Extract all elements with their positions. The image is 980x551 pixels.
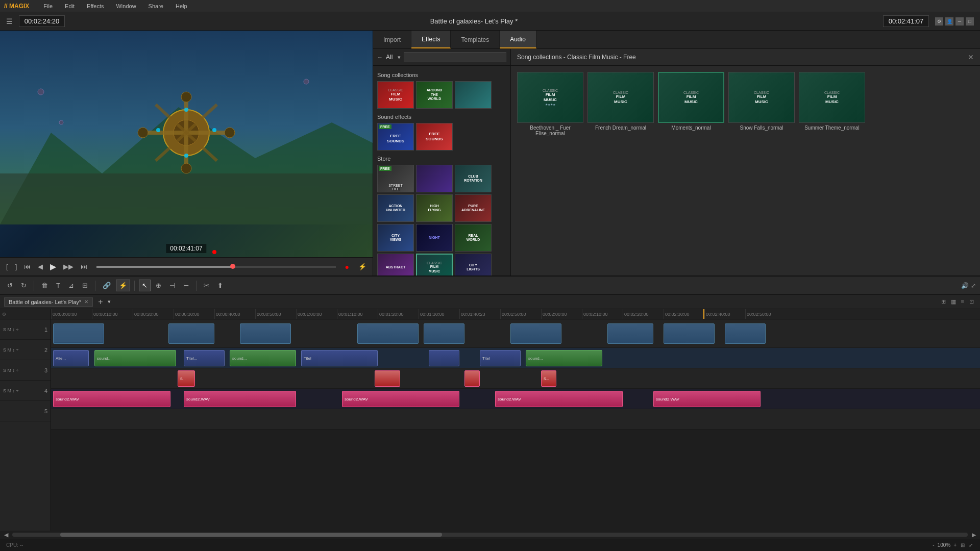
scroll-thumb[interactable] xyxy=(60,533,443,537)
timecode-right[interactable]: 00:02:41:07 xyxy=(883,15,929,27)
tab-audio[interactable]: Audio xyxy=(500,31,536,48)
settings-button[interactable]: ⚙ xyxy=(935,17,943,26)
redo-button[interactable]: ↻ xyxy=(18,280,30,291)
add-track-button[interactable]: + xyxy=(95,296,106,308)
list-item[interactable] xyxy=(455,81,492,109)
list-item[interactable] xyxy=(416,165,453,192)
marker-button[interactable]: ⊿ xyxy=(65,280,77,291)
table-row[interactable] xyxy=(464,370,480,387)
list-item[interactable]: CLASSIC FILMMUSIC Snow Falls_normal xyxy=(728,72,795,136)
tab-import[interactable]: Import xyxy=(373,31,411,48)
expand-icon[interactable]: ⤢ xyxy=(971,282,976,289)
menu-item-edit[interactable]: Edit xyxy=(63,2,77,10)
text-button[interactable]: T xyxy=(53,280,63,291)
trim-tool[interactable]: ⊣ xyxy=(166,280,178,291)
end-button[interactable]: ⏭ xyxy=(79,262,89,271)
table-row[interactable] xyxy=(424,323,464,344)
table-row[interactable]: sound2.WAV xyxy=(653,391,761,407)
table-row[interactable]: sound2.WAV xyxy=(495,391,623,407)
hamburger-icon[interactable]: ☰ xyxy=(6,17,13,26)
table-row[interactable] xyxy=(725,323,766,344)
stretch-tool[interactable]: ⊢ xyxy=(180,280,192,291)
in-point-button[interactable]: [ xyxy=(4,262,10,271)
table-row[interactable]: sound2.WAV xyxy=(53,391,170,407)
table-row[interactable] xyxy=(240,323,291,344)
table-row[interactable]: S... xyxy=(541,370,556,387)
list-item[interactable]: NIGHT xyxy=(416,224,453,252)
tab-effects[interactable]: Effects xyxy=(411,31,451,48)
menu-item-share[interactable]: Share xyxy=(146,2,165,10)
list-item[interactable]: FREE FREESOUNDS xyxy=(377,123,414,151)
cut-tool[interactable]: ✂ xyxy=(201,280,212,291)
dropdown-arrow-icon[interactable]: ▾ xyxy=(398,54,401,61)
minimize-button[interactable]: ─ xyxy=(955,17,964,26)
view-btn-1[interactable]: ⊞ xyxy=(939,297,948,306)
close-tab-button[interactable]: ✕ xyxy=(84,299,88,305)
table-row[interactable] xyxy=(168,323,214,344)
search-input[interactable] xyxy=(404,52,506,62)
list-item[interactable]: HIGHFLYING xyxy=(416,194,453,222)
table-row[interactable]: sound... xyxy=(526,350,602,366)
horizontal-scrollbar[interactable] xyxy=(12,533,968,537)
table-row[interactable]: Titel xyxy=(301,350,378,366)
tab-templates[interactable]: Templates xyxy=(451,31,500,48)
collection-close-button[interactable]: ✕ xyxy=(968,53,974,61)
list-item[interactable]: PUREADRENALINE xyxy=(455,194,492,222)
table-row[interactable] xyxy=(510,323,561,344)
select-tool[interactable]: ↖ xyxy=(139,280,151,291)
table-row[interactable] xyxy=(607,323,653,344)
undo-button[interactable]: ↺ xyxy=(4,280,16,291)
out-point-button[interactable]: ] xyxy=(13,262,19,271)
list-item[interactable]: REALWORLD xyxy=(455,224,492,252)
record-button[interactable]: ● xyxy=(343,262,351,272)
list-item[interactable]: ACTIONUNLIMITED xyxy=(377,194,414,222)
list-item[interactable]: CLASSIC FILMMUSIC xyxy=(416,254,453,276)
menu-item-effects[interactable]: Effects xyxy=(85,2,106,10)
list-item[interactable]: CITYVIEWS xyxy=(377,224,414,252)
table-row[interactable]: Alie... xyxy=(53,350,89,366)
list-item[interactable]: CLASSIC FILMMUSIC ★★★★ Beethoven _ Fuer … xyxy=(517,72,583,136)
list-item[interactable]: CLUBROTATION xyxy=(455,165,492,192)
back-button[interactable]: ← xyxy=(377,54,383,60)
menu-item-help[interactable]: Help xyxy=(174,2,189,10)
lightning-button[interactable]: ⚡ xyxy=(356,262,369,271)
link-button[interactable]: 🔗 xyxy=(100,280,114,291)
list-item[interactable]: CLASSIC FILMMUSIC Moments_normal xyxy=(658,72,724,136)
unlink-button[interactable]: ⚡ xyxy=(116,280,130,291)
export-button[interactable]: ⬆ xyxy=(214,280,226,291)
user-button[interactable]: 👤 xyxy=(945,17,953,26)
list-item[interactable]: AROUNDTHEWORLD xyxy=(416,81,453,109)
table-row[interactable]: S... xyxy=(178,370,195,387)
table-row[interactable] xyxy=(429,350,459,366)
prev-frame-button[interactable]: ⏮ xyxy=(22,262,33,271)
table-row[interactable]: Titel... xyxy=(184,350,225,366)
play-button[interactable]: ▶ xyxy=(48,261,58,272)
list-item[interactable]: CLASSIC FILMMUSIC xyxy=(377,81,414,109)
prev-button[interactable]: ◀ xyxy=(36,262,45,271)
multicam-button[interactable]: ⊞ xyxy=(79,280,91,291)
zoom-in-button[interactable]: + xyxy=(952,541,958,549)
menu-item-window[interactable]: Window xyxy=(114,2,138,10)
view-btn-3[interactable]: ≡ xyxy=(959,297,966,306)
table-row[interactable]: sound2.WAV xyxy=(342,391,459,407)
table-row[interactable]: Titel xyxy=(480,350,521,366)
list-item[interactable]: FREESOUNDS xyxy=(416,123,453,151)
active-track-tab[interactable]: Battle of galaxies- Let's Play* ✕ xyxy=(4,297,93,307)
list-item[interactable]: CLASSIC FILMMUSIC Summer Theme_normal xyxy=(799,72,865,136)
zoom-fit-button[interactable]: ⊞ xyxy=(960,541,966,549)
table-row[interactable]: sound... xyxy=(94,350,176,366)
list-item[interactable]: ABSTRACT xyxy=(377,254,414,276)
next-button[interactable]: ▶▶ xyxy=(61,262,76,271)
timecode-left[interactable]: 00:02:24:20 xyxy=(19,15,65,27)
table-row[interactable]: sound... xyxy=(230,350,296,366)
move-tool[interactable]: ⊕ xyxy=(153,280,164,291)
table-row[interactable] xyxy=(357,323,419,344)
zoom-out-button[interactable]: - xyxy=(932,541,935,549)
view-btn-4[interactable]: ⊡ xyxy=(967,297,976,306)
scroll-right-button[interactable]: ▶ xyxy=(970,532,978,538)
track-tab-arrow[interactable]: ▾ xyxy=(108,298,111,305)
table-row[interactable] xyxy=(375,370,400,387)
table-row[interactable] xyxy=(53,323,104,344)
menu-item-file[interactable]: File xyxy=(41,2,55,10)
list-item[interactable]: CLASSIC FILMMUSIC French Dream_normal xyxy=(587,72,654,136)
